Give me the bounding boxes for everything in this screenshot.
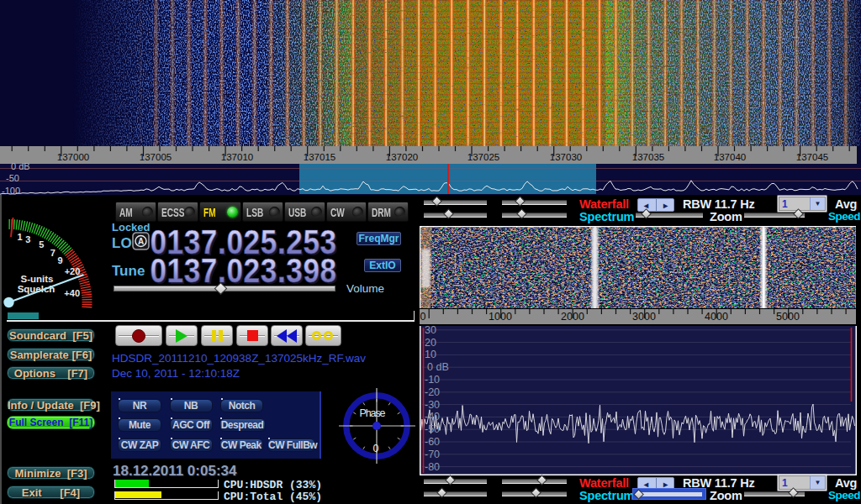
svg-text:30: 30 [425, 326, 436, 336]
svg-text:+20: +20 [65, 266, 81, 276]
svg-text:LO: LO [112, 235, 132, 251]
svg-text:20: 20 [425, 337, 436, 349]
svg-text:-20: -20 [425, 386, 440, 398]
svg-text:S-units: S-units [21, 274, 54, 284]
svg-text:0 dB: 0 dB [427, 361, 449, 373]
svg-text:-50: -50 [425, 423, 440, 435]
svg-text:10: 10 [425, 349, 436, 360]
svg-text:0137.023.398: 0137.023.398 [150, 252, 336, 286]
svg-text:1: 1 [17, 232, 22, 242]
svg-text:Tune: Tune [112, 263, 145, 279]
svg-text:0: 0 [373, 443, 379, 454]
svg-text:3: 3 [25, 234, 30, 244]
svg-text:Phase: Phase [360, 407, 386, 419]
svg-text:-80: -80 [425, 461, 440, 473]
svg-text:-10: -10 [425, 374, 440, 386]
svg-text:A: A [138, 237, 144, 246]
svg-text:9: 9 [57, 255, 62, 265]
svg-text:-60: -60 [425, 436, 440, 448]
svg-text:-40: -40 [425, 411, 440, 423]
svg-text:-70: -70 [425, 449, 440, 460]
svg-text:-30: -30 [425, 399, 440, 411]
svg-text:7: 7 [50, 248, 55, 258]
svg-text:+40: +40 [64, 288, 80, 298]
svg-text:5: 5 [39, 239, 44, 249]
